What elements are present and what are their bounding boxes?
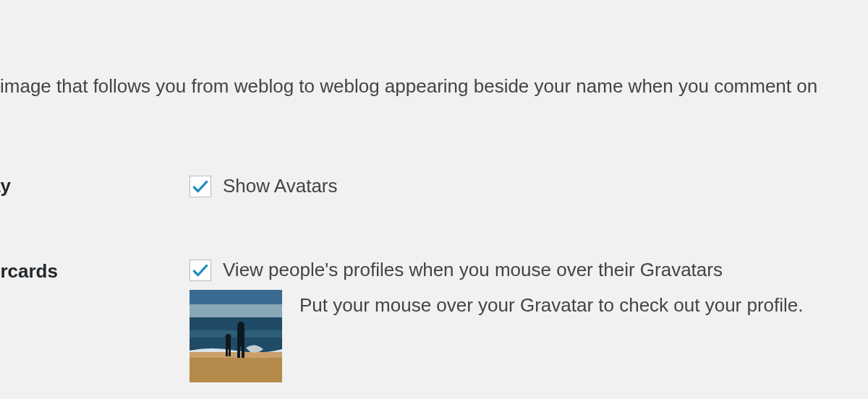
svg-rect-13 xyxy=(229,349,231,356)
svg-point-11 xyxy=(226,334,231,340)
check-icon xyxy=(191,177,210,196)
svg-rect-3 xyxy=(190,330,282,338)
beach-photo-icon xyxy=(190,290,282,382)
row-label-avatar-display: ay xyxy=(0,175,11,197)
hovercards-label: View people's profiles when you mouse ov… xyxy=(223,259,723,281)
hovercards-checkbox[interactable] xyxy=(190,259,211,281)
svg-rect-8 xyxy=(237,346,240,358)
svg-rect-12 xyxy=(226,349,228,356)
svg-rect-10 xyxy=(226,339,231,349)
hovercards-description: Put your mouse over your Gravatar to che… xyxy=(299,290,804,317)
avatars-intro-text: image that follows you from weblog to we… xyxy=(0,75,868,98)
show-avatars-label: Show Avatars xyxy=(223,175,338,197)
show-avatars-checkbox[interactable] xyxy=(190,176,211,197)
row-label-hovercards: ercards xyxy=(0,260,58,283)
svg-point-7 xyxy=(237,322,244,329)
hovercards-option[interactable]: View people's profiles when you mouse ov… xyxy=(190,259,804,281)
check-icon xyxy=(191,261,210,280)
show-avatars-option[interactable]: Show Avatars xyxy=(190,175,338,197)
svg-rect-5 xyxy=(190,352,282,358)
svg-rect-6 xyxy=(237,327,244,346)
svg-rect-9 xyxy=(242,346,244,358)
row-content-hovercards: View people's profiles when you mouse ov… xyxy=(190,259,804,382)
gravatar-preview-image[interactable] xyxy=(190,290,282,382)
row-content-avatar-display: Show Avatars xyxy=(190,175,338,197)
